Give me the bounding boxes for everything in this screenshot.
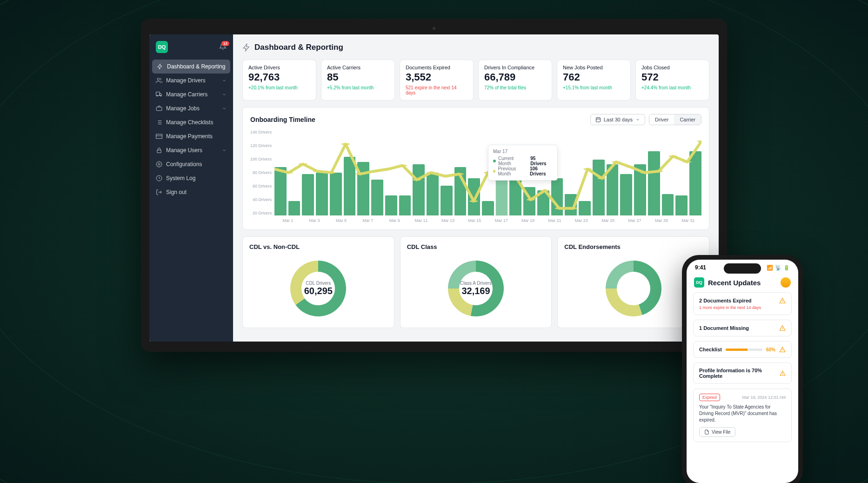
svg-point-21 (555, 208, 563, 209)
warning-icon (779, 325, 786, 331)
donut-center-value: 32,169 (460, 286, 492, 296)
x-tick: Mar 13 (434, 218, 461, 223)
svg-point-29 (669, 155, 677, 157)
sidebar-item-label: Manage Checklists (166, 119, 213, 126)
kpi-card: Jobs Closed572+24.4% from last month (635, 60, 709, 101)
x-tick: Mar 29 (648, 218, 674, 223)
progress-percent: 60% (766, 347, 775, 352)
checklist-label: Checklist (699, 347, 722, 352)
svg-point-20 (541, 189, 549, 191)
progress-bar (726, 349, 762, 351)
card-checklist[interactable]: Checklist 60% (693, 341, 792, 358)
kpi-label: Active Drivers (248, 65, 310, 70)
svg-point-2 (284, 172, 293, 174)
expired-timestamp: Mar 19, 2024 12:01 AM (742, 395, 786, 400)
kpi-value: 3,552 (406, 71, 467, 83)
kpi-card: New Jobs Posted762+15.1% from last month (557, 60, 631, 101)
main-content: Dashboard & Reporting Active Drivers92,7… (233, 34, 719, 342)
donut-panel: CDL vs. Non-CDLCDL Drivers60,295 (242, 236, 394, 328)
page-header: Dashboard & Reporting (242, 43, 709, 52)
segment-driver[interactable]: Driver (649, 114, 674, 125)
chevron-down-icon (222, 78, 227, 83)
sidebar-item-label: Manage Payments (166, 133, 213, 140)
chevron-down-icon (222, 106, 227, 111)
tooltip-current-label: Current Month (498, 156, 527, 166)
sidebar-item-sign-out[interactable]: Sign out (149, 185, 233, 199)
y-tick: 120 Drivers (250, 143, 272, 148)
sidebar-item-manage-payments[interactable]: Manage Payments (149, 129, 233, 143)
kpi-delta: 521 expire in the next 14 days (406, 85, 467, 95)
sidebar-item-manage-users[interactable]: Manage Users (149, 143, 233, 157)
card-document-missing[interactable]: 1 Document Missing (693, 320, 792, 336)
sidebar-item-manage-jobs[interactable]: Manage Jobs (149, 101, 233, 115)
onboarding-panel: Onboarding Timeline Last 30 days Driver … (242, 107, 709, 230)
segment-carrier[interactable]: Carrier (674, 114, 701, 125)
svg-point-11 (413, 179, 421, 181)
sidebar-item-label: Manage Users (166, 147, 202, 154)
sidebar-item-label: Configurations (166, 161, 202, 168)
kpi-delta: 72% of the total files (484, 85, 546, 90)
svg-point-15 (469, 200, 478, 202)
kpi-value: 572 (641, 71, 703, 83)
sidebar-item-manage-checklists[interactable]: Manage Checklists (149, 115, 233, 129)
kpi-label: Drivers In Compliance (484, 65, 546, 70)
tooltip-current-value: 95 Drivers (530, 156, 553, 166)
phone-page-title: Recent Updates (708, 279, 777, 287)
notifications-button[interactable]: 12 (219, 43, 227, 52)
warning-icon (780, 370, 786, 376)
x-tick: Mar 27 (621, 218, 648, 223)
kpi-card: Drivers In Compliance66,78972% of the to… (478, 60, 552, 101)
x-tick: Mar 17 (488, 218, 514, 223)
kpi-delta: +24.4% from last month (641, 85, 703, 90)
svg-rect-0 (596, 118, 600, 122)
card-documents-expired[interactable]: 2 Documents Expired 1 more expire in the… (693, 292, 792, 315)
sidebar-item-label: Manage Jobs (166, 105, 200, 112)
phone-app-logo[interactable]: DQ (694, 277, 704, 288)
kpi-value: 85 (327, 71, 389, 83)
x-tick: Mar 11 (408, 218, 434, 223)
avatar[interactable] (781, 277, 791, 288)
svg-point-6 (341, 143, 350, 145)
camera-dot (433, 27, 435, 30)
svg-point-13 (441, 175, 449, 177)
date-range-dropdown[interactable]: Last 30 days (590, 114, 645, 125)
sidebar-item-manage-drivers[interactable]: Manage Drivers (149, 74, 233, 87)
x-tick: Mar 5 (328, 218, 354, 223)
kpi-label: Jobs Closed (641, 65, 703, 70)
svg-point-22 (569, 208, 577, 209)
svg-point-28 (654, 170, 663, 172)
card-profile-complete[interactable]: Profile Information is 70% Complete (693, 362, 792, 384)
kpi-row: Active Drivers92,763+20.1% from last mon… (242, 60, 709, 101)
card-title: 2 Documents Expired (699, 298, 751, 303)
kpi-value: 92,763 (248, 71, 310, 83)
donut-center-value: 60,295 (304, 286, 333, 296)
card-subtitle: 1 more expire in the next 14 days (699, 305, 786, 310)
donut-chart: Class A Drivers32,169 (407, 256, 545, 321)
page-title: Dashboard & Reporting (254, 43, 343, 52)
svg-point-9 (384, 168, 393, 170)
kpi-card: Active Drivers92,763+20.1% from last mon… (242, 60, 316, 101)
svg-point-8 (370, 170, 378, 172)
sidebar-item-configurations[interactable]: Configurations (149, 157, 233, 171)
sidebar-item-label: Manage Drivers (166, 77, 206, 84)
donut-title: CDL Endorsements (564, 243, 702, 250)
sidebar-item-manage-carriers[interactable]: Manage Carriers (149, 87, 233, 101)
x-tick: Mar 7 (354, 218, 381, 223)
view-file-button[interactable]: View File (699, 427, 735, 437)
svg-point-25 (612, 161, 620, 163)
donut-chart: CDL Drivers60,295 (249, 256, 387, 321)
chevron-down-icon (635, 117, 640, 122)
app-logo[interactable]: DQ (156, 41, 168, 53)
tooltip-previous-value: 106 Drivers (530, 166, 553, 176)
y-tick: 140 Drivers (250, 130, 272, 134)
sidebar-item-label: System Log (166, 175, 195, 181)
sidebar-item-system-log[interactable]: System Log (149, 171, 233, 185)
sidebar-item-dashboard-reporting[interactable]: Dashboard & Reporting (152, 60, 230, 74)
wifi-icon: 📡 (775, 265, 781, 271)
svg-point-14 (455, 173, 464, 175)
phone-notch (724, 263, 761, 274)
svg-point-10 (398, 165, 407, 167)
svg-point-4 (313, 170, 321, 172)
donut-center-label: CDL Drivers (304, 281, 333, 286)
svg-point-19 (527, 199, 535, 201)
